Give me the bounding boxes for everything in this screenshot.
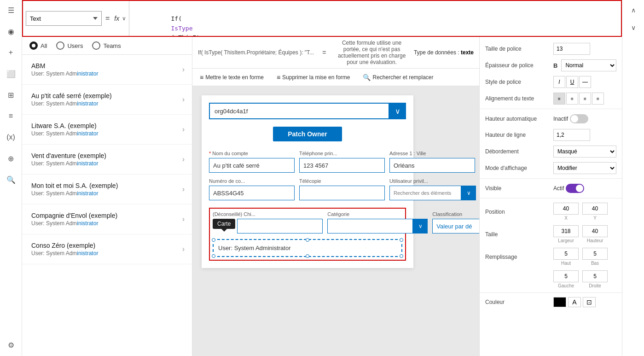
form-field-deprecated: (Déconseillé) Chi... Carte bbox=[213, 211, 323, 233]
add-icon[interactable]: + bbox=[5, 46, 17, 59]
classification-input[interactable] bbox=[432, 219, 479, 233]
handle-top-left bbox=[212, 238, 215, 242]
radio-users[interactable]: Users bbox=[56, 41, 83, 50]
fx-label: fx bbox=[113, 15, 120, 22]
carte-tooltip: Carte bbox=[213, 219, 235, 232]
divider bbox=[480, 109, 622, 109]
category-btn[interactable]: ∨ bbox=[413, 219, 428, 233]
line-height-label: Hauteur de ligne bbox=[485, 132, 550, 138]
padding-top-label: Haut bbox=[561, 261, 571, 266]
prop-visible: Visible Actif bbox=[480, 181, 622, 196]
color-swatch[interactable] bbox=[553, 297, 566, 307]
display-mode-select[interactable]: Modifier bbox=[553, 162, 616, 174]
account-name-input[interactable] bbox=[209, 158, 295, 173]
list-panel: All Users Teams ABM bbox=[22, 37, 192, 356]
formula-name-select[interactable]: Text bbox=[26, 11, 102, 26]
radio-teams[interactable]: Teams bbox=[92, 41, 121, 50]
handle-bottom-left bbox=[212, 254, 215, 258]
list-item[interactable]: Mon toit et moi S.A. (exemple) User: Sys… bbox=[22, 175, 192, 204]
formula-code-area[interactable]: If( IsType ( ThisItem. Propriétaire ; Éq… bbox=[129, 1, 621, 36]
text-control-container[interactable]: User: System Administrator bbox=[213, 239, 402, 257]
formula-chevron-icon[interactable]: ∨ bbox=[122, 15, 126, 22]
deprecated-input[interactable] bbox=[237, 219, 323, 233]
align-center-btn[interactable]: ≡ bbox=[566, 93, 578, 105]
auto-height-text: Inactif bbox=[553, 116, 568, 122]
category-input[interactable] bbox=[327, 219, 413, 233]
position-y-input[interactable] bbox=[582, 203, 608, 215]
list-item[interactable]: Vent d'aventure (exemple) User: System A… bbox=[22, 145, 192, 175]
fax-input[interactable] bbox=[299, 186, 385, 200]
font-size-input[interactable] bbox=[553, 43, 590, 55]
text-control-content: User: System Administrator bbox=[218, 245, 397, 251]
width-input[interactable] bbox=[553, 225, 579, 237]
org-dropdown-input[interactable] bbox=[209, 103, 389, 119]
prop-position: Position X Y bbox=[480, 200, 622, 223]
form-row-1: * Nom du compte Téléphone prin... Adres bbox=[209, 151, 406, 173]
overflow-select[interactable]: Masqué bbox=[553, 146, 616, 158]
number-input[interactable] bbox=[209, 186, 295, 200]
list-item[interactable]: Compagnie d'Envol (exemple) User: System… bbox=[22, 204, 192, 234]
org-dropdown-btn[interactable]: ∨ bbox=[389, 103, 406, 119]
display-mode-label: Mode d'affichage bbox=[485, 165, 550, 171]
font-weight-select[interactable]: Normal bbox=[561, 59, 616, 71]
list-item[interactable]: ABM User: System Administrator › bbox=[22, 55, 192, 85]
chevron-down-icon[interactable]: ∨ bbox=[627, 21, 640, 34]
phone-input[interactable] bbox=[299, 158, 385, 173]
format-text-btn[interactable]: ≡ Mettre le texte en forme bbox=[197, 72, 267, 82]
position-x-input[interactable] bbox=[553, 203, 579, 215]
visible-toggle[interactable] bbox=[566, 184, 584, 193]
remove-format-label: Supprimer la mise en forme bbox=[282, 74, 350, 81]
align-justify-btn[interactable]: ≡ bbox=[592, 93, 604, 105]
color-fill-btn[interactable]: ⊡ bbox=[583, 297, 596, 307]
padding-top-input[interactable] bbox=[553, 248, 579, 260]
italic-btn[interactable]: I bbox=[553, 76, 565, 88]
variable-icon[interactable]: (x) bbox=[5, 131, 17, 144]
padding-lr: Gauche Droite bbox=[553, 270, 616, 288]
city-input[interactable] bbox=[389, 158, 475, 173]
visible-text: Actif bbox=[553, 185, 564, 192]
remove-format-btn[interactable]: ≡ Supprimer la mise en forme bbox=[274, 72, 353, 82]
menu-icon[interactable]: ☰ bbox=[5, 4, 17, 17]
field-label-fax: Télécopie bbox=[299, 178, 385, 184]
prop-size: Taille Largeur Hauteur bbox=[480, 223, 622, 245]
align-right-btn[interactable]: ≡ bbox=[579, 93, 591, 105]
list-item[interactable]: Conso Zéro (exemple) User: System Admini… bbox=[22, 234, 192, 264]
find-replace-label: Rechercher et remplacer bbox=[372, 74, 433, 81]
right-panel: ∧ ∨ bbox=[622, 0, 644, 356]
field-label-city: Adresse 1 : Ville bbox=[389, 151, 475, 156]
settings-icon[interactable]: ⚙ bbox=[5, 338, 17, 351]
chevron-right-icon: › bbox=[182, 215, 185, 223]
insert-icon[interactable]: ⬜ bbox=[5, 67, 17, 80]
find-replace-btn[interactable]: 🔍 Rechercher et remplacer bbox=[360, 72, 436, 82]
auto-height-switch[interactable] bbox=[570, 114, 588, 123]
patch-owner-button[interactable]: Patch Owner bbox=[273, 127, 342, 141]
padding-left-input[interactable] bbox=[553, 270, 579, 282]
height-input[interactable] bbox=[582, 225, 608, 237]
format-text-label: Mettre le texte en forme bbox=[205, 74, 264, 81]
grid-icon[interactable]: ⊞ bbox=[5, 88, 17, 101]
strikethrough-btn[interactable]: — bbox=[579, 76, 591, 88]
padding-right-input[interactable] bbox=[582, 270, 608, 282]
list-item[interactable]: Au p'tit café serré (exemple) User: Syst… bbox=[22, 85, 192, 115]
radio-all[interactable]: All bbox=[29, 41, 47, 50]
padding-bottom-input[interactable] bbox=[582, 248, 608, 260]
prop-overflow: Débordement Masqué bbox=[480, 143, 622, 160]
controls-icon[interactable]: ⊕ bbox=[5, 152, 17, 165]
data-type-label: Type de données : texte bbox=[414, 49, 474, 56]
width-group: Largeur bbox=[553, 225, 579, 243]
list-item[interactable]: Litware S.A. (exemple) User: System Admi… bbox=[22, 115, 192, 145]
chevron-right-icon: › bbox=[182, 155, 185, 163]
classification-input-group: ∨ bbox=[432, 219, 479, 233]
align-left-btn[interactable]: ≡ bbox=[553, 93, 565, 105]
color-picker-btn[interactable]: A bbox=[568, 297, 581, 307]
chevron-up-icon[interactable]: ∧ bbox=[627, 4, 640, 17]
layers-icon[interactable]: ◉ bbox=[5, 25, 17, 38]
underline-btn[interactable]: U bbox=[566, 76, 578, 88]
user-lookup-btn[interactable]: ∨ bbox=[461, 186, 476, 200]
line-height-input[interactable] bbox=[553, 129, 590, 141]
auto-height-toggle[interactable] bbox=[570, 114, 588, 123]
user-input[interactable] bbox=[389, 186, 461, 200]
visible-switch[interactable] bbox=[566, 184, 584, 193]
list-icon[interactable]: ≡ bbox=[5, 110, 17, 123]
search-icon[interactable]: 🔍 bbox=[5, 173, 17, 186]
